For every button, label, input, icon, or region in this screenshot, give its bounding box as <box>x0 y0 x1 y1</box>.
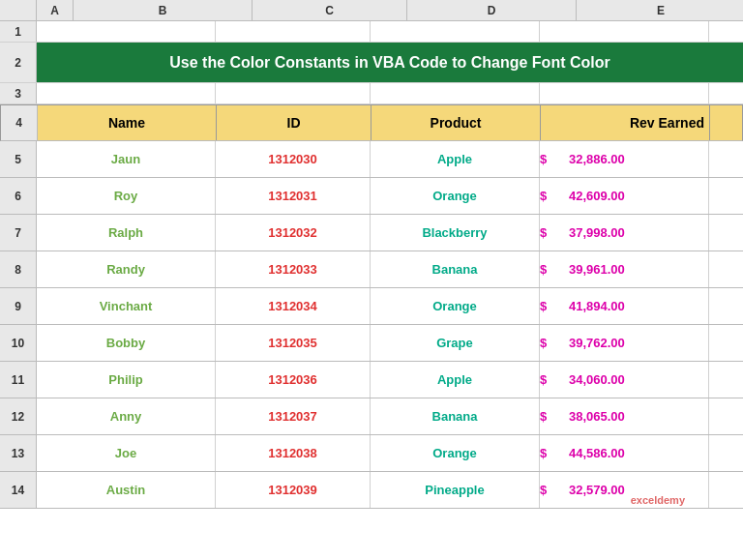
spreadsheet-title: Use the Color Constants in VBA Code to C… <box>169 54 609 72</box>
cell-id-14[interactable]: 1312039 <box>216 472 371 508</box>
exceldemy-watermark: exceldemy <box>631 494 685 506</box>
row-num-7: 7 <box>0 215 37 251</box>
cell-product-8[interactable]: Banana <box>371 251 540 287</box>
row-3: 3 <box>0 83 743 104</box>
cell-b1[interactable] <box>37 21 216 42</box>
row-num-14: 14 <box>0 472 37 508</box>
cell-name-5[interactable]: Jaun <box>37 141 216 177</box>
cell-id-6[interactable]: 1312031 <box>216 178 371 214</box>
cell-c1[interactable] <box>216 21 371 42</box>
cell-name-11[interactable]: Philip <box>37 362 216 398</box>
cell-e3[interactable] <box>540 83 709 103</box>
cell-id-12[interactable]: 1312037 <box>216 398 371 434</box>
cell-amount-6: 42,609.00 <box>569 189 708 203</box>
row-8: 8 Randy 1312033 Banana $ 39,961.00 <box>0 251 743 288</box>
cell-id-9[interactable]: 1312034 <box>216 288 371 324</box>
cell-id-10[interactable]: 1312035 <box>216 325 371 361</box>
cell-product-7[interactable]: Blackberry <box>371 215 540 251</box>
row-num-4: 4 <box>1 105 38 140</box>
header-product: Product <box>372 105 541 140</box>
cell-e8-wrapper[interactable]: $ 39,961.00 <box>540 251 709 287</box>
cell-product-6[interactable]: Orange <box>371 178 540 214</box>
col-header-b: B <box>74 0 253 21</box>
cell-dollar-5: $ <box>540 152 569 166</box>
sheet-body: 1 2 Use the Color Constants in VBA Code … <box>0 21 743 560</box>
cell-b3[interactable] <box>37 83 216 103</box>
cell-amount-8: 39,961.00 <box>569 262 708 277</box>
cell-product-5[interactable]: Apple <box>371 141 540 177</box>
cell-dollar-13: $ <box>540 446 569 460</box>
cell-dollar-6: $ <box>540 189 569 203</box>
cell-dollar-10: $ <box>540 336 569 350</box>
row-7: 7 Ralph 1312032 Blackberry $ 37,998.00 <box>0 215 743 251</box>
cell-amount-13: 44,586.00 <box>569 446 708 460</box>
row-11: 11 Philip 1312036 Apple $ 34,060.00 <box>0 362 743 398</box>
cell-product-12[interactable]: Banana <box>371 398 540 434</box>
cell-name-10[interactable]: Bobby <box>37 325 216 361</box>
cell-amount-11: 34,060.00 <box>569 372 708 387</box>
cell-product-14[interactable]: Pineapple <box>371 472 540 508</box>
cell-name-12[interactable]: Anny <box>37 398 216 434</box>
cell-name-14[interactable]: Austin <box>37 472 216 508</box>
cell-e12-wrapper[interactable]: $ 38,065.00 <box>540 398 709 434</box>
header-name: Name <box>38 105 217 140</box>
cell-e5-wrapper[interactable]: $ 32,886.00 <box>540 141 709 177</box>
col-header-a: A <box>37 0 74 21</box>
cell-id-11[interactable]: 1312036 <box>216 362 371 398</box>
cell-product-9[interactable]: Orange <box>371 288 540 324</box>
row-9: 9 Vinchant 1312034 Orange $ 41,894.00 <box>0 288 743 325</box>
cell-amount-5: 32,886.00 <box>569 152 708 166</box>
row-5: 5 Jaun 1312030 Apple $ 32,886.00 <box>0 141 743 178</box>
col-header-e: E <box>577 0 743 21</box>
row-num-5: 5 <box>0 141 37 177</box>
cell-e11-wrapper[interactable]: $ 34,060.00 <box>540 362 709 398</box>
cell-id-7[interactable]: 1312032 <box>216 215 371 251</box>
header-rev: Rev Earned <box>541 105 710 140</box>
row-1: 1 <box>0 21 743 43</box>
cell-id-13[interactable]: 1312038 <box>216 435 371 471</box>
row-4: 4 Name ID Product Rev Earned <box>0 104 743 141</box>
column-header-row: A B C D E <box>0 0 743 21</box>
row-num-13: 13 <box>0 435 37 471</box>
cell-name-7[interactable]: Ralph <box>37 215 216 251</box>
row-6: 6 Roy 1312031 Orange $ 42,609.00 <box>0 178 743 215</box>
cell-e13-wrapper[interactable]: $ 44,586.00 <box>540 435 709 471</box>
cell-product-13[interactable]: Orange <box>371 435 540 471</box>
cell-c3[interactable] <box>216 83 371 103</box>
cell-name-9[interactable]: Vinchant <box>37 288 216 324</box>
cell-id-5[interactable]: 1312030 <box>216 141 371 177</box>
row-num-6: 6 <box>0 178 37 214</box>
row-12: 12 Anny 1312037 Banana $ 38,065.00 <box>0 398 743 435</box>
header-id: ID <box>217 105 372 140</box>
cell-e10-wrapper[interactable]: $ 39,762.00 <box>540 325 709 361</box>
col-header-c: C <box>253 0 407 21</box>
cell-d1[interactable] <box>371 21 540 42</box>
row-2: 2 Use the Color Constants in VBA Code to… <box>0 43 743 83</box>
cell-d3[interactable] <box>371 83 540 103</box>
cell-amount-10: 39,762.00 <box>569 336 708 350</box>
cell-id-8[interactable]: 1312033 <box>216 251 371 287</box>
cell-dollar-12: $ <box>540 409 569 424</box>
cell-e1[interactable] <box>540 21 709 42</box>
cell-product-10[interactable]: Grape <box>371 325 540 361</box>
cell-amount-9: 41,894.00 <box>569 299 708 313</box>
title-merged-cell: Use the Color Constants in VBA Code to C… <box>37 43 743 82</box>
cell-dollar-11: $ <box>540 372 569 387</box>
cell-name-6[interactable]: Roy <box>37 178 216 214</box>
corner-cell <box>0 0 37 20</box>
cell-e6-wrapper[interactable]: $ 42,609.00 <box>540 178 709 214</box>
cell-name-13[interactable]: Joe <box>37 435 216 471</box>
cell-amount-12: 38,065.00 <box>569 409 708 424</box>
spreadsheet: A B C D E 1 2 Use the Color Constants in… <box>0 0 743 560</box>
row-num-3: 3 <box>0 83 37 103</box>
cell-e9-wrapper[interactable]: $ 41,894.00 <box>540 288 709 324</box>
row-14: 14 Austin 1312039 Pineapple $ 32,579.00 … <box>0 472 743 509</box>
cell-product-11[interactable]: Apple <box>371 362 540 398</box>
row-num-2: 2 <box>0 43 37 82</box>
cell-e7-wrapper[interactable]: $ 37,998.00 <box>540 215 709 251</box>
row-num-12: 12 <box>0 398 37 434</box>
row-num-1: 1 <box>0 21 37 42</box>
row-num-11: 11 <box>0 362 37 398</box>
cell-amount-7: 37,998.00 <box>569 225 708 240</box>
cell-name-8[interactable]: Randy <box>37 251 216 287</box>
